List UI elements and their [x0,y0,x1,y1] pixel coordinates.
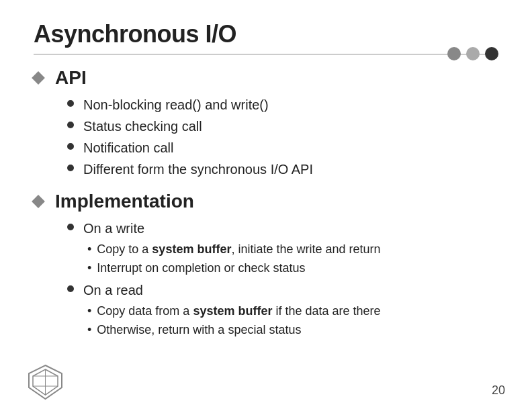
divider [34,54,498,55]
write-sub-list: • Copy to a system buffer, initiate the … [67,240,381,278]
api-section: API Non-blocking read() and write() Stat… [34,67,498,179]
api-bullet-4: Different form the synchronous I/O API [83,160,313,179]
implementation-diamond-icon [32,195,45,208]
list-item: • Copy data from a system buffer if the … [87,302,381,320]
implementation-section-header: Implementation [34,191,498,212]
bullet-dot-icon [67,224,74,230]
list-item: On a write • Copy to a system buffer, in… [67,219,498,278]
implementation-section: Implementation On a write • Copy to a sy… [34,191,498,340]
read-sub-list: • Copy data from a system buffer if the … [67,302,381,340]
api-diamond-icon [32,71,45,85]
list-item: Notification call [67,138,498,157]
sub-bullet-prefix: • [87,302,91,320]
page-number: 20 [492,383,505,398]
slide-title: Asynchronous I/O [34,20,498,48]
bullet-dot-icon [67,122,74,128]
implementation-section-title: Implementation [55,191,194,212]
princeton-logo-icon [27,364,64,401]
list-item: On a read • Copy data from a system buff… [67,281,498,340]
list-item: • Otherwise, return with a special statu… [87,321,381,338]
api-bullet-3: Notification call [83,138,174,157]
bullet-dot-icon [67,100,74,107]
list-item: • Copy to a system buffer, initiate the … [87,240,381,258]
api-bullet-1: Non-blocking read() and write() [83,95,269,114]
bullet-dot-icon [67,165,74,171]
implementation-bullet-list: On a write • Copy to a system buffer, in… [34,219,498,340]
list-item: • Interrupt on completion or check statu… [87,259,381,277]
dot-3 [485,47,498,60]
slide: Asynchronous I/O API Non-blocking read()… [0,0,532,411]
impl-bullet-read: On a read [83,281,143,300]
sub-bullet-prefix: • [87,321,91,338]
api-section-title: API [55,67,87,89]
write-sub-1: Copy to a system buffer, initiate the wr… [97,240,380,258]
bullet-dot-icon [67,143,74,150]
list-item: Status checking call [67,117,498,136]
dot-1 [447,47,461,60]
api-section-header: API [34,67,498,89]
impl-bullet-write: On a write [83,219,144,238]
bullet-dot-icon [67,285,74,292]
list-item: Non-blocking read() and write() [67,95,498,114]
dots-container [447,47,498,60]
api-bullet-2: Status checking call [83,117,202,136]
api-bullet-list: Non-blocking read() and write() Status c… [34,95,498,179]
sub-bullet-prefix: • [87,240,91,258]
sub-bullet-prefix: • [87,259,91,277]
write-sub-2: Interrupt on completion or check status [97,259,305,277]
dot-2 [466,47,480,60]
read-sub-2: Otherwise, return with a special status [97,321,301,338]
logo [27,364,64,401]
list-item: Different form the synchronous I/O API [67,160,498,179]
system-buffer-bold-2: system buffer [193,304,272,318]
read-sub-1: Copy data from a system buffer if the da… [97,302,380,320]
system-buffer-bold-1: system buffer [152,242,231,256]
